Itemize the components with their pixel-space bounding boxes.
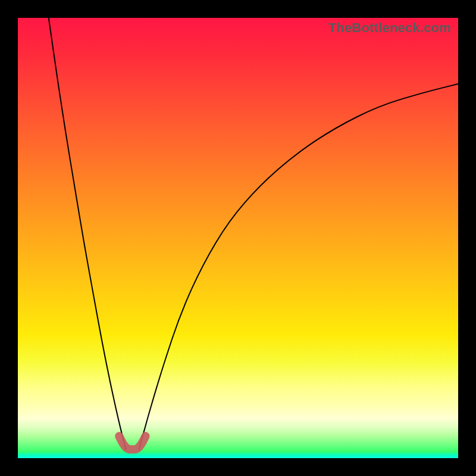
chart-frame: TheBottleneck.com — [0, 0, 476, 476]
curve-right-branch — [139, 84, 459, 449]
plot-area: TheBottleneck.com — [18, 18, 458, 458]
trough-marker — [119, 436, 145, 449]
curve-layer — [18, 18, 458, 458]
curve-left-branch — [49, 18, 126, 449]
